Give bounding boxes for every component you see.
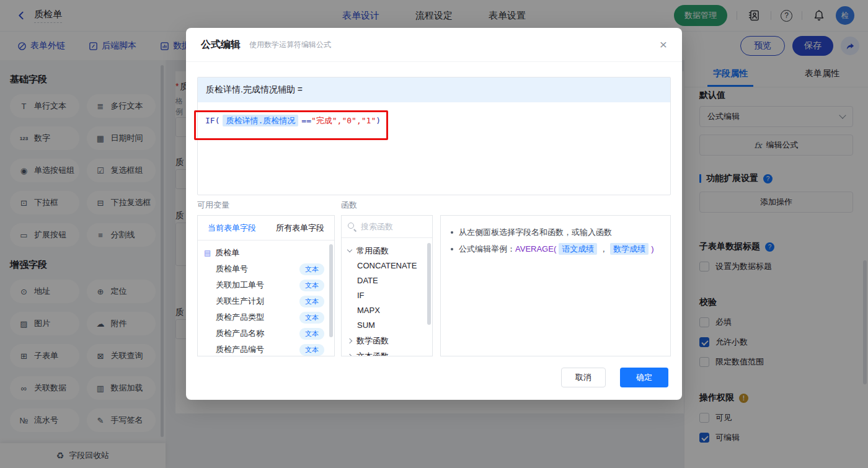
functions-scrollbar[interactable] — [427, 243, 431, 325]
variable-row[interactable]: 质检产品类型 文本 — [204, 309, 329, 325]
tree-root-form[interactable]: ▤ 质检单 — [204, 245, 329, 261]
example-function: AVERAGE( — [515, 244, 556, 254]
cancel-button[interactable]: 取消 — [561, 368, 606, 387]
variables-panel: 当前表单字段 所有表单字段 ▤ 质检单 质检单号 文本 关联加工单号 文本 关联… — [197, 215, 335, 356]
caret-right-icon — [347, 353, 352, 356]
variable-row[interactable]: 关联生产计划 文本 — [204, 293, 329, 309]
modal-title: 公式编辑 — [201, 38, 241, 51]
variable-row[interactable]: 质检产品编号 文本 — [204, 342, 329, 356]
type-badge: 文本 — [299, 280, 324, 291]
variable-name: 关联生产计划 — [216, 296, 264, 307]
app-window: 质检单 表单设计 流程设定 表单设置 数据管理 — [0, 0, 868, 468]
variables-label: 可用变量 — [197, 200, 229, 211]
functions-tree: 常用函数 CONCATENATE DATE IF MAPX SUM 数学函数 文… — [342, 238, 432, 356]
variable-row[interactable]: 质检产品名称 文本 — [204, 325, 329, 342]
type-badge: 文本 — [299, 328, 324, 340]
function-mapx[interactable]: MAPX — [348, 303, 426, 318]
variable-row[interactable]: 关联加工单号 文本 — [204, 277, 329, 293]
variable-name: 质检产品类型 — [216, 312, 264, 323]
functions-label: 函数 — [341, 200, 357, 211]
example-separator: ， — [600, 244, 608, 254]
function-date[interactable]: DATE — [348, 273, 426, 288]
formula-editor-box: 质检详情.完成情况辅助 = IF(质检详情.质检情况=="完成","0","1"… — [197, 77, 671, 195]
variable-name: 关联加工单号 — [216, 280, 264, 291]
formula-field-token[interactable]: 质检详情.质检情况 — [223, 115, 298, 126]
tab-current-form-fields[interactable]: 当前表单字段 — [198, 223, 266, 234]
variable-row[interactable]: 质检单号 文本 — [204, 261, 329, 277]
example-token-chinese-score: 语文成绩 — [559, 243, 597, 255]
function-group-math[interactable]: 数学函数 — [348, 333, 426, 348]
type-badge: 文本 — [299, 312, 324, 324]
tab-all-form-fields[interactable]: 所有表单字段 — [266, 223, 334, 234]
function-group-text[interactable]: 文本函数 — [348, 348, 426, 356]
example-token-math-score: 数学成绩 — [610, 243, 649, 255]
variable-name: 质检产品编号 — [216, 344, 264, 355]
caret-right-icon — [347, 338, 352, 343]
formula-string-args: "完成","0","1" — [311, 116, 376, 125]
function-search-box[interactable] — [342, 216, 432, 238]
search-icon — [348, 223, 356, 231]
formula-close-paren: ) — [376, 116, 381, 125]
formula-help-panel: 从左侧面板选择字段名和函数，或输入函数 公式编辑举例：AVERAGE(语文成绩，… — [440, 215, 671, 356]
confirm-button[interactable]: 确定 — [620, 368, 668, 387]
formula-editor-modal: 公式编辑 使用数学运算符编辑公式 × 质检详情.完成情况辅助 = IF(质检详情… — [186, 28, 682, 400]
document-icon: ▤ — [204, 249, 211, 257]
variables-tree: ▤ 质检单 质检单号 文本 关联加工单号 文本 关联生产计划 文本 质检产品类型 — [198, 241, 334, 356]
formula-input-area[interactable]: IF(质检详情.质检情况=="完成","0","1") — [198, 102, 670, 139]
formula-target-text: 质检详情.完成情况辅助 = — [206, 84, 303, 95]
help-tip-2: 公式编辑举例：AVERAGE(语文成绩，数学成绩) — [451, 241, 660, 257]
close-icon[interactable]: × — [660, 38, 667, 51]
help-example-text: 公式编辑举例：AVERAGE(语文成绩，数学成绩) — [459, 244, 654, 255]
example-prefix: 公式编辑举例： — [459, 244, 515, 254]
type-badge: 文本 — [299, 296, 324, 307]
modal-subtitle: 使用数学运算符编辑公式 — [249, 40, 331, 50]
function-if[interactable]: IF — [348, 288, 426, 303]
variable-name: 质检产品名称 — [216, 328, 264, 339]
help-tip-1: 从左侧面板选择字段名和函数，或输入函数 — [451, 224, 660, 241]
function-group-common[interactable]: 常用函数 — [348, 243, 426, 258]
variables-scrollbar[interactable] — [329, 244, 333, 337]
formula-function-text: IF( — [205, 116, 219, 125]
variable-name: 质检单号 — [216, 263, 248, 275]
function-group-label: 文本函数 — [356, 351, 389, 357]
example-close-paren: ) — [651, 244, 653, 254]
function-group-label: 常用函数 — [356, 245, 389, 257]
tree-root-label: 质检单 — [215, 247, 239, 258]
bullet-icon — [451, 231, 453, 234]
function-search-input[interactable] — [361, 222, 423, 231]
help-tip-text: 从左侧面板选择字段名和函数，或输入函数 — [459, 227, 612, 238]
caret-down-icon — [347, 247, 352, 252]
function-concatenate[interactable]: CONCATENATE — [348, 258, 426, 273]
bullet-icon — [451, 248, 453, 250]
modal-header: 公式编辑 使用数学运算符编辑公式 — [186, 28, 682, 62]
type-badge: 文本 — [299, 263, 324, 275]
formula-operator-text: == — [301, 116, 311, 125]
functions-panel: 常用函数 CONCATENATE DATE IF MAPX SUM 数学函数 文… — [341, 215, 433, 356]
variables-tabs: 当前表单字段 所有表单字段 — [198, 216, 334, 241]
function-group-label: 数学函数 — [356, 335, 389, 347]
function-sum[interactable]: SUM — [348, 318, 426, 333]
formula-target-bar: 质检详情.完成情况辅助 = — [198, 77, 670, 102]
type-badge: 文本 — [299, 344, 324, 356]
